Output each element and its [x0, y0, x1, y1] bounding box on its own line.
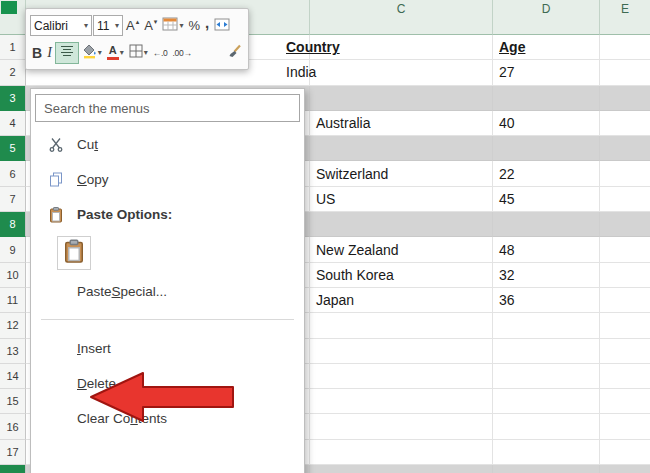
- cell[interactable]: [600, 288, 650, 313]
- cell[interactable]: [600, 60, 650, 85]
- row-header-12[interactable]: 12: [0, 313, 26, 338]
- cell-country[interactable]: South Korea: [310, 263, 493, 288]
- font-size-select[interactable]: 11 ▾: [93, 15, 123, 36]
- cell[interactable]: [600, 364, 650, 389]
- menu-item-paste-special[interactable]: Paste Special...: [31, 274, 304, 309]
- row-header-8[interactable]: 8: [0, 212, 26, 237]
- cell[interactable]: [310, 440, 493, 465]
- cell[interactable]: [600, 187, 650, 212]
- cell[interactable]: [310, 136, 493, 161]
- cell-age[interactable]: 40: [493, 111, 600, 136]
- cell[interactable]: [600, 339, 650, 364]
- bold-button[interactable]: B: [30, 42, 44, 64]
- cell[interactable]: [600, 161, 650, 186]
- cell[interactable]: [493, 465, 600, 473]
- cell-age[interactable]: 22: [493, 161, 600, 186]
- menu-item-cut[interactable]: Cut: [31, 127, 304, 162]
- cell-country[interactable]: New Zealand: [310, 237, 493, 262]
- cell[interactable]: [600, 440, 650, 465]
- shrink-font-button[interactable]: A ▾: [142, 15, 159, 37]
- fill-color-button[interactable]: ▾: [80, 42, 104, 64]
- row-header-5[interactable]: 5: [0, 136, 26, 161]
- cell[interactable]: [600, 237, 650, 262]
- cell[interactable]: [310, 86, 493, 111]
- cell[interactable]: [493, 389, 600, 414]
- center-align-button[interactable]: [55, 42, 79, 64]
- cell-age[interactable]: 36: [493, 288, 600, 313]
- italic-button[interactable]: I: [45, 42, 54, 64]
- row-header-16[interactable]: 16: [0, 414, 26, 439]
- cell[interactable]: [600, 313, 650, 338]
- format-painter-button[interactable]: [225, 42, 244, 64]
- select-all-corner[interactable]: [0, 0, 26, 35]
- cell[interactable]: [600, 35, 650, 60]
- cell[interactable]: [493, 440, 600, 465]
- cell[interactable]: [493, 86, 600, 111]
- cell-country[interactable]: Australia: [310, 111, 493, 136]
- cell[interactable]: [493, 136, 600, 161]
- cell-country[interactable]: India: [310, 60, 493, 85]
- row-header-2[interactable]: 2: [0, 60, 26, 85]
- row-header-9[interactable]: 9: [0, 237, 26, 262]
- cell[interactable]: [600, 86, 650, 111]
- comma-style-button[interactable]: ,: [203, 15, 211, 37]
- paste-button[interactable]: [57, 236, 91, 270]
- cell[interactable]: [600, 136, 650, 161]
- font-color-button[interactable]: A ▾: [105, 42, 126, 64]
- row-header-17[interactable]: 17: [0, 440, 26, 465]
- cell[interactable]: [600, 414, 650, 439]
- decrease-decimal-button[interactable]: .00→: [171, 42, 194, 64]
- cell-country-header[interactable]: Country: [310, 35, 493, 60]
- cell[interactable]: [310, 212, 493, 237]
- cell-country[interactable]: US: [310, 187, 493, 212]
- cell[interactable]: [600, 212, 650, 237]
- cell[interactable]: [600, 389, 650, 414]
- cell[interactable]: [600, 263, 650, 288]
- row-header-13[interactable]: 13: [0, 339, 26, 364]
- row-header-4[interactable]: 4: [0, 111, 26, 136]
- row-header-10[interactable]: 10: [0, 263, 26, 288]
- cell[interactable]: [493, 414, 600, 439]
- row-header-18[interactable]: [0, 465, 26, 473]
- cell-age[interactable]: 32: [493, 263, 600, 288]
- row-header-1[interactable]: 1: [0, 35, 26, 60]
- cell-age[interactable]: 45: [493, 187, 600, 212]
- cell[interactable]: [493, 364, 600, 389]
- cell[interactable]: [310, 414, 493, 439]
- row-header-15[interactable]: 15: [0, 389, 26, 414]
- cell[interactable]: [493, 313, 600, 338]
- column-header-e[interactable]: E: [600, 0, 650, 35]
- borders-button[interactable]: ▾: [127, 42, 150, 64]
- percent-style-button[interactable]: %: [186, 15, 202, 37]
- row-header-6[interactable]: 6: [0, 161, 26, 186]
- column-header-d[interactable]: D: [493, 0, 600, 35]
- menu-item-insert[interactable]: Insert: [31, 331, 304, 366]
- increase-decimal-button[interactable]: ←.0: [151, 42, 170, 64]
- cell-country[interactable]: Switzerland: [310, 161, 493, 186]
- format-as-table-button[interactable]: ▾: [160, 15, 185, 37]
- cell-age[interactable]: 48: [493, 237, 600, 262]
- row-header-7[interactable]: 7: [0, 187, 26, 212]
- cell[interactable]: [310, 465, 493, 473]
- row-header-14[interactable]: 14: [0, 364, 26, 389]
- cell-age-header[interactable]: Age: [493, 35, 600, 60]
- row-number: 3: [9, 92, 15, 104]
- cell[interactable]: [310, 339, 493, 364]
- cell[interactable]: [310, 389, 493, 414]
- merge-center-button[interactable]: [212, 15, 232, 37]
- cell[interactable]: [310, 313, 493, 338]
- cell-country[interactable]: Japan: [310, 288, 493, 313]
- row-header-11[interactable]: 11: [0, 288, 26, 313]
- cell-age[interactable]: 27: [493, 60, 600, 85]
- cell[interactable]: [310, 364, 493, 389]
- grow-font-button[interactable]: A ▴: [124, 15, 141, 37]
- search-input[interactable]: [35, 94, 300, 122]
- row-header-3[interactable]: 3: [0, 86, 26, 111]
- cell[interactable]: [600, 465, 650, 473]
- menu-item-copy[interactable]: Copy: [31, 162, 304, 197]
- column-header-c[interactable]: C: [310, 0, 493, 35]
- cell[interactable]: [493, 339, 600, 364]
- cell[interactable]: [600, 111, 650, 136]
- font-name-select[interactable]: Calibri ▾: [30, 15, 92, 36]
- cell[interactable]: [493, 212, 600, 237]
